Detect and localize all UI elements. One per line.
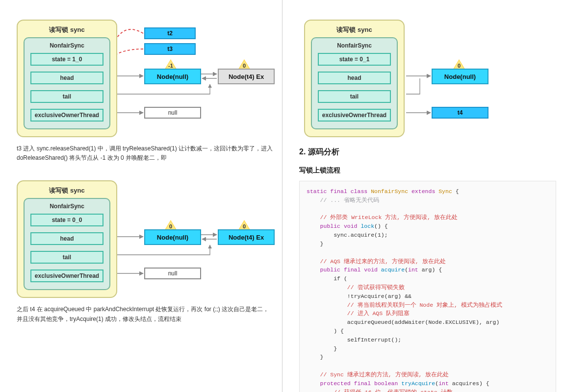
sync-box-2: 读写锁 sync NonfairSync state = 0_0 head ta… <box>17 180 117 298</box>
code-arg: acquires <box>452 380 479 387</box>
sync-title: 读写锁 sync <box>311 25 398 34</box>
diagram-1: 读写锁 sync NonfairSync state = 1_0 head ta… <box>17 10 273 137</box>
section-title: 2. 源码分析 <box>299 147 556 157</box>
code-comment: // AQS 继承过来的方法, 方便阅读, 放在此处 <box>320 258 446 265</box>
nonfair-title: NonfairSync <box>30 203 103 210</box>
exclusive-slot: exclusiveOwnerThread <box>30 270 103 282</box>
sync-title: 读写锁 sync <box>24 186 110 195</box>
tail-slot: tail <box>30 251 103 264</box>
code-comment: // 尝试获得写锁失败 <box>347 284 405 291</box>
code-line: ) { <box>334 328 344 334</box>
code-comment: // 进入 AQS 队列阻塞 <box>347 310 410 317</box>
state-slot: state = 0_1 <box>318 53 391 66</box>
triangle-node-ex-label: 0 <box>238 63 250 69</box>
code-line: !tryAcquire(arg) && <box>347 293 411 299</box>
code-cls: NonfairSync <box>371 188 408 195</box>
tail-slot: tail <box>318 90 391 103</box>
triangle-node-ex-label: 0 <box>238 223 250 229</box>
diagram-right: 读写锁 sync NonfairSync state = 0_1 head ta… <box>299 10 556 137</box>
node-null: Node(null) <box>144 69 201 84</box>
head-slot: head <box>30 232 103 245</box>
triangle-node-null-label: 0 <box>165 223 177 229</box>
left-column: 读写锁 sync NonfairSync state = 1_0 head ta… <box>0 0 282 392</box>
state-slot: state = 0_0 <box>30 214 103 226</box>
state-slot: state = 1_0 <box>30 53 103 66</box>
head-slot: head <box>30 72 103 84</box>
head-slot: head <box>318 72 391 84</box>
code-arg: arg <box>422 267 432 273</box>
code-fn: acquire <box>381 267 405 273</box>
nonfair-title: NonfairSync <box>30 42 103 49</box>
code-kw: extends <box>411 188 435 195</box>
thread-t3: t3 <box>144 43 196 55</box>
node-null: Node(null) <box>144 229 201 245</box>
code-line: if ( <box>334 275 347 282</box>
sync-box-right: 读写锁 sync NonfairSync state = 0_1 head ta… <box>304 20 405 137</box>
nonfair-title: NonfairSync <box>318 42 391 49</box>
null-box-2: null <box>144 268 201 279</box>
page-root: 读写锁 sync NonfairSync state = 1_0 head ta… <box>0 0 565 392</box>
diagram-2: 读写锁 sync NonfairSync state = 0_0 head ta… <box>17 171 273 298</box>
code-block: static final class NonfairSync extends S… <box>299 181 556 392</box>
code-comment: // Sync 继承过来的方法, 方便阅读, 放在此处 <box>320 371 449 378</box>
code-line: acquireQueued(addWaiter(Node.EXCLUSIVE),… <box>347 319 500 325</box>
code-kw: int <box>438 380 449 387</box>
code-kw: static final class <box>307 188 367 195</box>
code-kw: protected final boolean <box>320 380 398 387</box>
exclusive-slot: exclusiveOwnerThread <box>318 109 391 122</box>
nonfair-box: NonfairSync state = 1_0 head tail exclus… <box>24 37 110 129</box>
code-cls: Sync <box>438 188 452 195</box>
code-line: sync.acquire(1); <box>334 232 387 238</box>
exclusive-slot: exclusiveOwnerThread <box>30 109 103 122</box>
code-line: selfInterrupt(); <box>347 337 401 343</box>
code-comment: // ... 省略无关代码 <box>320 197 379 203</box>
null-box-1: null <box>144 107 201 119</box>
paragraph-2: 之后 t4 在 acquireQueued 中 parkAndCheckInte… <box>17 305 273 323</box>
node-null: Node(null) <box>432 69 488 84</box>
nonfair-box: NonfairSync state = 0_0 head tail exclus… <box>24 198 110 290</box>
code-kw: int <box>408 267 418 273</box>
sync-title: 读写锁 sync <box>24 25 110 34</box>
code-kw: public final void <box>320 267 378 273</box>
sync-box-1: 读写锁 sync NonfairSync state = 1_0 head ta… <box>17 20 117 137</box>
node-t4-ex: Node(t4) Ex <box>218 69 275 84</box>
node-t4-ex: Node(t4) Ex <box>218 229 275 245</box>
code-comment: // 获得低 16 位, 代表写锁的 state 计数 <box>334 389 452 392</box>
tail-slot: tail <box>30 90 103 103</box>
thread-t2: t2 <box>144 27 196 39</box>
nonfair-box: NonfairSync state = 0_1 head tail exclus… <box>311 37 398 129</box>
code-comment: // 将当前线程关联到一个 Node 对象上, 模式为独占模式 <box>347 302 502 308</box>
triangle-node-label: 0 <box>453 63 465 69</box>
code-comment: // 外部类 WriteLock 方法, 方便阅读, 放在此处 <box>320 214 458 220</box>
code-fn: tryAcquire <box>401 380 435 387</box>
triangle-node-null-label: -1 <box>165 63 177 69</box>
right-column: 读写锁 sync NonfairSync state = 0_1 head ta… <box>282 0 565 392</box>
subhead-write-lock: 写锁上锁流程 <box>299 166 556 175</box>
paragraph-1: t3 进入 sync.releaseShared(1) 中，调用 tryRele… <box>17 144 273 163</box>
code-kw: public void <box>320 223 358 229</box>
thread-t4: t4 <box>432 107 488 119</box>
code-fn: lock <box>360 223 374 229</box>
